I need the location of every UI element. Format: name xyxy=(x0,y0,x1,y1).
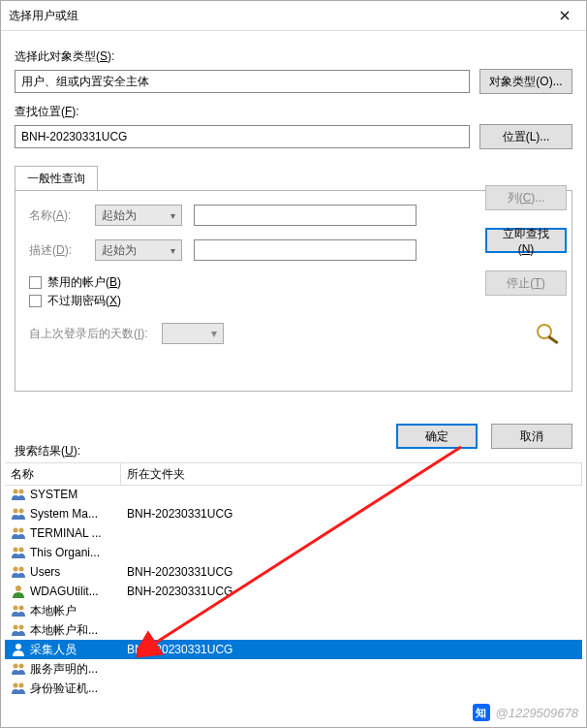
cell-name: System Ma... xyxy=(5,507,121,521)
cancel-button[interactable]: 取消 xyxy=(491,424,572,449)
cell-folder: BNH-20230331UCG xyxy=(121,643,582,656)
disabled-accounts-checkbox-row[interactable]: 禁用的帐户(B) xyxy=(29,274,558,291)
tab-common-queries[interactable]: 一般性查询 xyxy=(15,166,98,191)
svg-point-9 xyxy=(19,548,24,553)
cell-folder: BNH-20230331UCG xyxy=(121,507,582,521)
days-since-login-label: 自上次登录后的天数(I): xyxy=(29,326,148,342)
svg-point-17 xyxy=(15,644,21,649)
magnifier-icon xyxy=(536,323,565,344)
object-type-label: 选择此对象类型(S): xyxy=(15,48,572,65)
column-name[interactable]: 名称 xyxy=(5,463,121,485)
svg-point-18 xyxy=(14,664,18,669)
window-title: 选择用户或组 xyxy=(9,8,78,24)
chevron-down-icon: ▾ xyxy=(170,245,175,256)
search-results-label: 搜索结果(U): xyxy=(15,443,80,459)
object-types-button[interactable]: 对象类型(O)... xyxy=(479,69,572,94)
group-icon xyxy=(11,681,26,694)
table-row[interactable]: UsersBNH-20230331UCG xyxy=(5,562,582,582)
cell-name: Users xyxy=(5,565,121,579)
table-row[interactable]: 采集人员BNH-20230331UCG xyxy=(5,640,582,659)
table-row[interactable]: 本地帐户和... xyxy=(5,620,582,640)
svg-point-10 xyxy=(14,567,18,572)
watermark: 知 @1229509678 xyxy=(473,704,579,721)
cell-folder: BNH-20230331UCG xyxy=(121,565,582,579)
group-icon xyxy=(11,565,26,579)
query-side-buttons: 列(C)... 立即查找(N) 停止(T) xyxy=(485,185,572,296)
name-label: 名称(A): xyxy=(29,207,83,224)
table-row[interactable]: TERMINAL ... xyxy=(5,523,582,543)
svg-rect-1 xyxy=(547,335,559,344)
cell-name: TERMINAL ... xyxy=(5,526,121,540)
disabled-accounts-label: 禁用的帐户(B) xyxy=(47,274,121,291)
svg-point-14 xyxy=(19,606,24,611)
table-row[interactable]: This Organi... xyxy=(5,543,582,562)
table-row[interactable]: 本地帐户 xyxy=(5,601,582,620)
noexpire-password-label: 不过期密码(X) xyxy=(47,293,121,309)
group-icon xyxy=(11,546,26,559)
locations-button[interactable]: 位置(L)... xyxy=(479,124,572,149)
title-bar: 选择用户或组 xyxy=(1,1,586,31)
user-icon xyxy=(11,643,26,656)
group-icon xyxy=(11,507,26,521)
find-now-button[interactable]: 立即查找(N) xyxy=(485,228,567,253)
column-folder[interactable]: 所在文件夹 xyxy=(121,463,582,485)
desc-input[interactable] xyxy=(194,239,417,261)
svg-point-21 xyxy=(19,683,24,688)
svg-point-5 xyxy=(19,509,24,514)
location-label: 查找位置(F): xyxy=(15,104,572,120)
desc-match-combo[interactable]: 起始为 ▾ xyxy=(95,239,182,261)
results-list: 名称 所在文件夹 SYSTEM System Ma...BNH-20230331… xyxy=(5,462,582,694)
results-body[interactable]: SYSTEM System Ma...BNH-20230331UCG TERMI… xyxy=(5,485,582,694)
ok-button[interactable]: 确定 xyxy=(396,424,478,449)
table-row[interactable]: 服务声明的... xyxy=(5,659,582,679)
svg-point-6 xyxy=(14,528,18,533)
svg-point-3 xyxy=(19,490,24,494)
svg-point-16 xyxy=(19,625,24,630)
cell-name: 本地帐户 xyxy=(5,603,121,619)
days-combo[interactable]: ▾ xyxy=(162,323,224,344)
name-match-combo[interactable]: 起始为 ▾ xyxy=(95,205,182,226)
cell-name: SYSTEM xyxy=(5,488,121,501)
location-field[interactable] xyxy=(15,125,470,148)
svg-point-12 xyxy=(15,586,21,591)
chevron-down-icon: ▾ xyxy=(170,210,175,221)
stop-button[interactable]: 停止(T) xyxy=(485,270,567,296)
group-icon xyxy=(11,662,26,676)
close-button[interactable] xyxy=(542,1,586,30)
svg-point-4 xyxy=(14,509,18,514)
svg-point-13 xyxy=(14,606,18,611)
cell-name: 采集人员 xyxy=(5,642,121,658)
cell-folder: BNH-20230331UCG xyxy=(121,585,582,598)
action-buttons: 确定 取消 xyxy=(396,424,572,449)
chevron-down-icon: ▾ xyxy=(211,327,217,340)
columns-button[interactable]: 列(C)... xyxy=(485,185,567,210)
svg-point-8 xyxy=(14,548,18,553)
table-row[interactable]: 身份验证机... xyxy=(5,679,582,694)
checkbox-icon xyxy=(29,295,42,307)
svg-point-2 xyxy=(14,490,18,494)
select-users-dialog: 选择用户或组 选择此对象类型(S): 对象类型(O)... 查找位置(F): 位… xyxy=(0,0,587,728)
svg-point-15 xyxy=(14,625,18,630)
group-icon xyxy=(11,526,26,540)
checkbox-icon xyxy=(29,276,42,289)
svg-point-11 xyxy=(19,567,24,572)
cell-name: 服务声明的... xyxy=(5,661,121,678)
object-type-field[interactable] xyxy=(15,70,470,93)
svg-point-7 xyxy=(19,528,24,533)
table-row[interactable]: System Ma...BNH-20230331UCG xyxy=(5,504,582,523)
table-row[interactable]: SYSTEM xyxy=(5,485,582,504)
zhihu-logo-icon: 知 xyxy=(473,704,490,721)
watermark-text: @1229509678 xyxy=(496,706,579,720)
svg-point-20 xyxy=(14,683,18,688)
table-row[interactable]: WDAGUtilit...BNH-20230331UCG xyxy=(5,582,582,601)
group-icon xyxy=(11,623,26,637)
name-input[interactable] xyxy=(194,205,417,226)
svg-point-19 xyxy=(19,664,24,669)
noexpire-password-checkbox-row[interactable]: 不过期密码(X) xyxy=(29,293,558,309)
desc-label: 描述(D): xyxy=(29,242,83,259)
user-icon xyxy=(11,585,26,598)
cell-name: 身份验证机... xyxy=(5,681,121,695)
group-icon xyxy=(11,488,26,501)
results-header: 名称 所在文件夹 xyxy=(5,463,582,486)
close-icon xyxy=(560,11,570,20)
